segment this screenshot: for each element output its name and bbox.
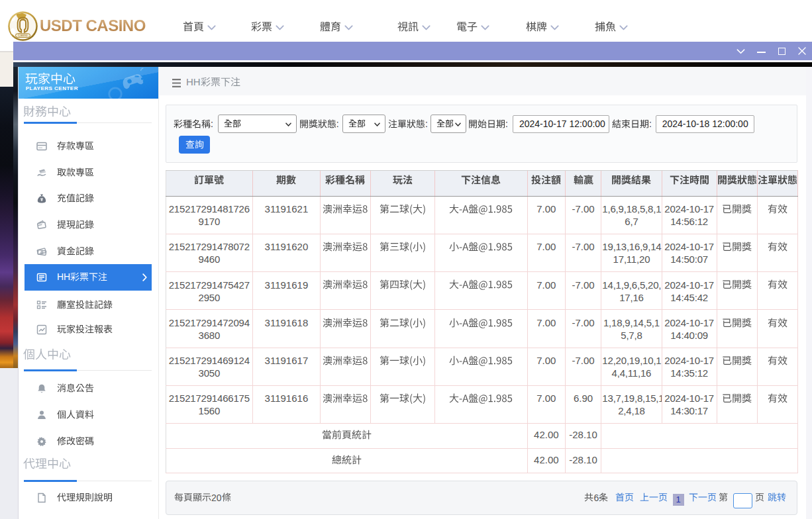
svg-text:Casino: Casino <box>18 34 28 37</box>
